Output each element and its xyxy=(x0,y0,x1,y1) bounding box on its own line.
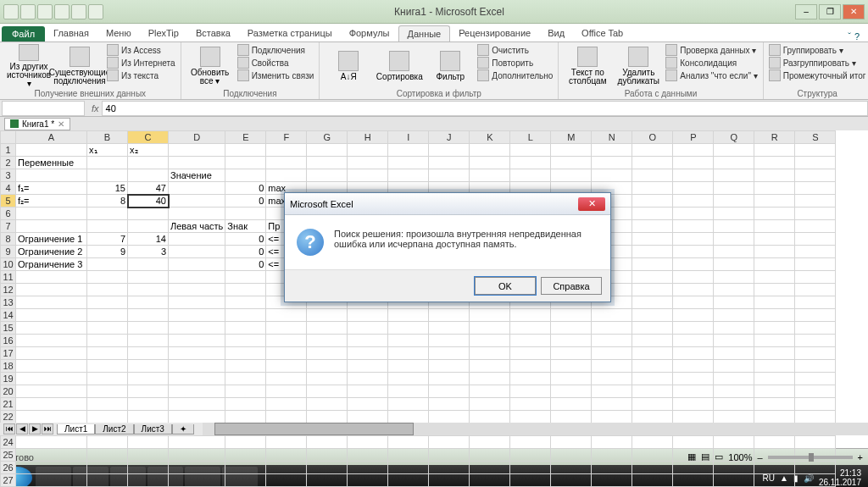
cell[interactable] xyxy=(16,398,87,411)
cell[interactable] xyxy=(754,373,795,385)
cell[interactable] xyxy=(673,233,714,246)
cell[interactable] xyxy=(754,220,795,233)
ribbon-tab[interactable]: Вставка xyxy=(187,25,239,42)
cell[interactable] xyxy=(592,144,632,157)
cell[interactable] xyxy=(632,246,673,258)
cell[interactable] xyxy=(16,284,87,296)
cell[interactable] xyxy=(714,182,754,195)
cell[interactable] xyxy=(266,449,307,462)
cell[interactable] xyxy=(169,296,225,309)
cell[interactable] xyxy=(348,373,388,385)
cell[interactable] xyxy=(16,309,87,322)
cell[interactable] xyxy=(266,398,307,411)
cell[interactable] xyxy=(795,246,836,258)
cell[interactable] xyxy=(673,411,714,423)
cell[interactable] xyxy=(348,436,388,449)
cell[interactable] xyxy=(673,449,714,462)
cell[interactable] xyxy=(714,309,754,322)
cell[interactable] xyxy=(128,360,169,373)
cell[interactable] xyxy=(169,309,225,322)
cell[interactable] xyxy=(714,373,754,385)
cell[interactable] xyxy=(307,335,348,347)
cell[interactable] xyxy=(470,169,510,182)
cell[interactable] xyxy=(754,360,795,373)
select-all-corner[interactable] xyxy=(1,131,16,144)
cell[interactable] xyxy=(169,335,225,347)
ribbon-item[interactable]: Консолидация xyxy=(665,57,757,69)
qat-btn[interactable] xyxy=(88,4,103,19)
cell[interactable] xyxy=(307,373,348,385)
cell[interactable] xyxy=(429,322,470,335)
cell[interactable] xyxy=(632,360,673,373)
column-header[interactable]: J xyxy=(429,131,470,144)
row-header[interactable]: 27 xyxy=(1,474,16,487)
cell[interactable] xyxy=(795,398,836,411)
cell[interactable] xyxy=(632,144,673,157)
cell[interactable] xyxy=(307,360,348,373)
cell[interactable] xyxy=(87,335,128,347)
cell[interactable] xyxy=(16,208,87,220)
zoom-in-button[interactable]: + xyxy=(858,452,863,462)
cell[interactable]: 0 xyxy=(225,195,266,208)
ribbon-button[interactable]: Сортировка xyxy=(376,44,423,88)
cell[interactable]: Левая часть xyxy=(169,220,225,233)
cell[interactable] xyxy=(673,436,714,449)
cell[interactable] xyxy=(169,360,225,373)
ribbon-item[interactable]: Очистить xyxy=(477,44,553,56)
cell[interactable] xyxy=(169,246,225,258)
cell[interactable] xyxy=(551,157,592,169)
cell[interactable] xyxy=(225,436,266,449)
cell[interactable] xyxy=(754,309,795,322)
cell[interactable] xyxy=(225,169,266,182)
cell[interactable] xyxy=(266,436,307,449)
cell[interactable] xyxy=(592,347,632,360)
cell[interactable] xyxy=(754,195,795,208)
cell[interactable]: Переменные xyxy=(16,157,87,169)
cell[interactable] xyxy=(16,322,87,335)
cell[interactable] xyxy=(673,309,714,322)
cell[interactable] xyxy=(510,436,551,449)
cell[interactable] xyxy=(510,309,551,322)
row-header[interactable]: 14 xyxy=(1,309,16,322)
cell[interactable] xyxy=(429,385,470,398)
cell[interactable] xyxy=(16,373,87,385)
ribbon-item[interactable]: Повторить xyxy=(477,57,553,69)
cell[interactable] xyxy=(795,233,836,246)
row-header[interactable]: 9 xyxy=(1,246,16,258)
cell[interactable] xyxy=(87,347,128,360)
cell[interactable] xyxy=(510,474,551,487)
cell[interactable] xyxy=(673,271,714,284)
cell[interactable] xyxy=(795,284,836,296)
cell[interactable] xyxy=(87,322,128,335)
column-header[interactable]: G xyxy=(307,131,348,144)
cell[interactable] xyxy=(470,411,510,423)
cell[interactable] xyxy=(673,296,714,309)
column-header[interactable]: L xyxy=(510,131,551,144)
cell[interactable] xyxy=(795,411,836,423)
cell[interactable] xyxy=(307,157,348,169)
cell[interactable] xyxy=(714,398,754,411)
cell[interactable] xyxy=(551,436,592,449)
ribbon-item[interactable]: Изменить связи xyxy=(237,69,314,81)
cell[interactable] xyxy=(673,220,714,233)
cell[interactable] xyxy=(632,398,673,411)
cell[interactable] xyxy=(87,284,128,296)
cell[interactable] xyxy=(307,169,348,182)
cell[interactable] xyxy=(632,449,673,462)
cell[interactable] xyxy=(128,335,169,347)
cell[interactable] xyxy=(388,398,429,411)
ribbon-tab[interactable]: Вид xyxy=(539,25,573,42)
cell[interactable] xyxy=(673,335,714,347)
cell[interactable] xyxy=(795,360,836,373)
cell[interactable] xyxy=(429,309,470,322)
cell[interactable] xyxy=(632,309,673,322)
ribbon-tab[interactable]: Меню xyxy=(97,25,140,42)
qat-btn[interactable] xyxy=(54,4,70,19)
cell[interactable] xyxy=(754,385,795,398)
cell[interactable] xyxy=(673,169,714,182)
ribbon-tab[interactable]: Данные xyxy=(398,25,451,42)
formula-bar[interactable]: 40 xyxy=(102,101,868,116)
cell[interactable] xyxy=(348,385,388,398)
cell[interactable] xyxy=(266,335,307,347)
cell[interactable] xyxy=(470,360,510,373)
